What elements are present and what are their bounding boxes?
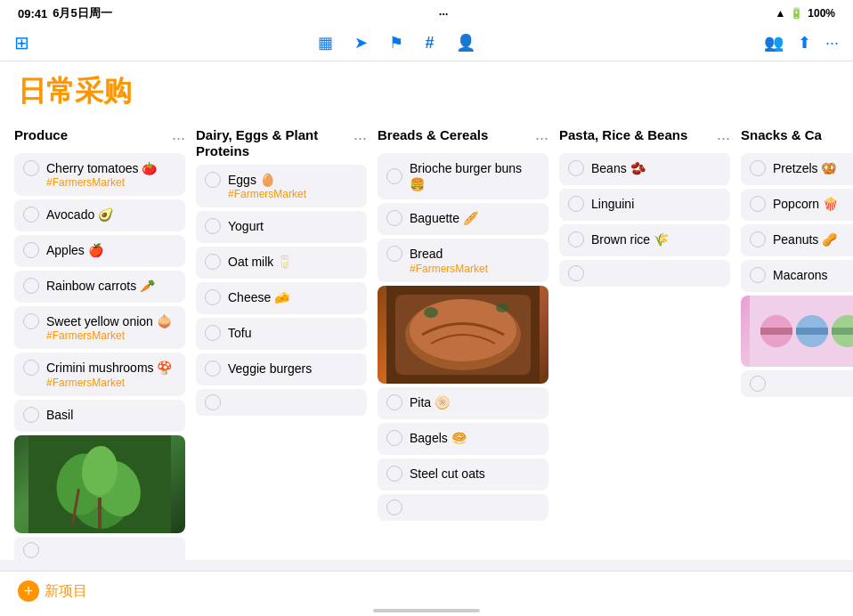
add-item-row[interactable] [559, 260, 730, 287]
list-item[interactable]: Crimini mushrooms 🍄#FarmersMarket [14, 353, 185, 395]
item-text: Brown rice 🌾 [591, 231, 669, 247]
list-item[interactable]: Rainbow carrots 🥕 [14, 271, 185, 303]
list-item[interactable]: Beans 🫘 [559, 153, 730, 185]
item-checkbox[interactable] [568, 196, 584, 212]
item-text: Eggs 🥚 [228, 172, 275, 188]
item-tag[interactable]: #FarmersMarket [410, 263, 488, 275]
list-item[interactable]: Macarons [741, 260, 853, 292]
list-item[interactable]: Basil [14, 400, 185, 432]
list-item[interactable]: Steel cut oats [378, 458, 548, 490]
item-text: Linguini [591, 196, 634, 212]
item-checkbox[interactable] [205, 254, 221, 270]
item-checkbox[interactable] [23, 360, 39, 376]
column-snacks: Snacks & Ca···Pretzels 🥨Popcorn 🍿Peanuts… [741, 118, 853, 507]
item-checkbox[interactable] [205, 172, 221, 188]
list-item[interactable]: Linguini [559, 189, 730, 221]
battery-percent: 100% [808, 7, 835, 20]
list-item[interactable]: Pita 🫓 [378, 387, 548, 419]
item-text: Macarons [773, 267, 827, 283]
toolbar-left: ⊞ [14, 32, 29, 53]
column-header-snacks: Snacks & Ca··· [741, 118, 853, 153]
item-checkbox[interactable] [205, 325, 221, 341]
add-icon: + [18, 580, 39, 602]
item-text: Pita 🫓 [410, 394, 450, 410]
status-bar: 09:41 6月5日周一 ··· ▲ 🔋 100% [0, 0, 853, 25]
list-item[interactable]: Sweet yellow onion 🧅#FarmersMarket [14, 306, 185, 349]
item-checkbox[interactable] [386, 168, 402, 184]
list-item[interactable]: Oat milk 🥛 [196, 247, 367, 279]
tag-button[interactable]: # [425, 34, 434, 53]
list-item[interactable]: Cheese 🧀 [196, 282, 367, 314]
list-item[interactable]: Bread#FarmersMarket [378, 239, 548, 281]
sidebar-toggle-button[interactable]: ⊞ [14, 32, 29, 53]
item-tag[interactable]: #FarmersMarket [46, 329, 125, 342]
item-checkbox[interactable] [23, 207, 39, 223]
list-item[interactable]: Veggie burgers [196, 353, 367, 385]
item-checkbox[interactable] [750, 231, 766, 247]
column-more-breads[interactable]: ··· [535, 129, 548, 148]
item-checkbox[interactable] [568, 231, 584, 247]
item-checkbox[interactable] [205, 361, 221, 377]
item-tag[interactable]: #FarmersMarket [46, 377, 125, 389]
person-button[interactable]: 👤 [456, 33, 475, 53]
item-text: Basil [46, 407, 73, 423]
list-item[interactable]: Baguette 🥖 [378, 203, 548, 235]
list-item[interactable]: Brown rice 🌾 [559, 224, 730, 256]
item-text: Beans 🫘 [591, 160, 646, 176]
item-checkbox[interactable] [205, 218, 221, 234]
add-row-circle [23, 542, 39, 558]
item-checkbox[interactable] [205, 289, 221, 305]
page-title: 日常采购 [18, 75, 132, 107]
item-text: Yogurt [228, 218, 264, 234]
more-button[interactable]: ··· [825, 34, 839, 53]
list-item[interactable]: Popcorn 🍿 [741, 189, 853, 221]
item-checkbox[interactable] [750, 267, 766, 283]
list-item[interactable]: Eggs 🥚#FarmersMarket [196, 165, 367, 207]
add-item-row[interactable] [378, 494, 548, 521]
item-tag[interactable]: #FarmersMarket [228, 188, 306, 200]
add-row-circle [386, 499, 402, 515]
column-dairy: Dairy, Eggs & Plant Proteins···Eggs 🥚#Fa… [196, 118, 367, 507]
item-checkbox[interactable] [23, 407, 39, 423]
column-more-produce[interactable]: ··· [172, 129, 185, 148]
list-item[interactable]: Tofu [196, 318, 367, 350]
column-header-breads: Breads & Cereals··· [378, 118, 548, 153]
send-button[interactable]: ➤ [354, 33, 368, 53]
item-checkbox[interactable] [386, 210, 402, 226]
item-checkbox[interactable] [386, 246, 402, 262]
share-profile-button[interactable]: 👥 [764, 33, 784, 53]
list-item[interactable]: Avocado 🥑 [14, 199, 185, 231]
list-item[interactable]: Pretzels 🥨 [741, 153, 853, 185]
column-more-pasta[interactable]: ··· [717, 129, 730, 148]
item-checkbox[interactable] [23, 313, 39, 329]
item-checkbox[interactable] [386, 394, 402, 410]
grid-view-button[interactable]: ▦ [318, 33, 333, 53]
add-item-row[interactable] [196, 389, 367, 416]
add-item-row[interactable] [741, 370, 853, 397]
item-checkbox[interactable] [750, 160, 766, 176]
item-text: Apples 🍎 [46, 242, 103, 258]
flag-button[interactable]: ⚑ [389, 33, 403, 53]
list-item[interactable]: Apples 🍎 [14, 235, 185, 267]
share-button[interactable]: ⬆ [798, 33, 811, 53]
item-text: Popcorn 🍿 [773, 196, 838, 212]
item-checkbox[interactable] [23, 278, 39, 294]
add-item-button[interactable]: + 新项目 [18, 580, 87, 602]
item-checkbox[interactable] [568, 160, 584, 176]
list-item[interactable]: Cherry tomatoes 🍅#FarmersMarket [14, 153, 185, 196]
list-item[interactable]: Bagels 🥯 [378, 423, 548, 455]
item-checkbox[interactable] [750, 196, 766, 212]
add-item-row[interactable] [14, 537, 185, 560]
item-checkbox[interactable] [23, 242, 39, 258]
item-text: Bagels 🥯 [410, 430, 467, 446]
item-text: Brioche burger buns 🍔 [410, 160, 540, 192]
item-tag[interactable]: #FarmersMarket [46, 176, 125, 189]
column-more-dairy[interactable]: ··· [353, 129, 367, 148]
item-checkbox[interactable] [386, 430, 402, 446]
list-item[interactable]: Brioche burger buns 🍔 [378, 153, 548, 199]
item-checkbox[interactable] [23, 160, 39, 176]
list-item[interactable]: Peanuts 🥜 [741, 224, 853, 256]
list-item[interactable]: Yogurt [196, 211, 367, 243]
add-row-circle [568, 265, 584, 281]
item-checkbox[interactable] [386, 466, 402, 482]
